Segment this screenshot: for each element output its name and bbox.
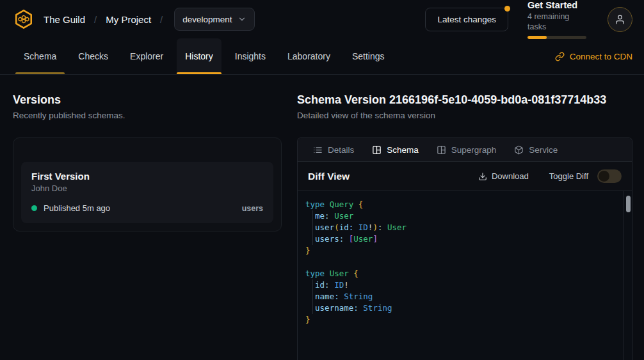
breadcrumb-project[interactable]: My Project: [106, 14, 151, 25]
breadcrumb-separator: /: [94, 14, 97, 25]
tab-explorer[interactable]: Explorer: [122, 38, 172, 74]
columns-icon: [437, 145, 446, 155]
version-detail-section: Schema Version 2166196f-5e10-4059-bd0a-0…: [297, 93, 632, 360]
breadcrumb-separator: /: [160, 14, 163, 25]
tab-checks[interactable]: Checks: [70, 38, 117, 74]
code-line: users: [User]: [305, 233, 616, 245]
get-started-widget[interactable]: Get Started 4 remaining tasks: [527, 0, 588, 39]
toggle-knob: [599, 171, 609, 182]
app-window: The Guild / My Project / development Lat…: [0, 0, 644, 360]
tab-label: Explorer: [130, 51, 163, 61]
primary-nav-tabs: SchemaChecksExplorerHistoryInsightsLabor…: [15, 38, 393, 74]
version-author: John Doe: [31, 184, 263, 194]
version-detail-panel: DetailsSchemaSupergraphService Diff View…: [297, 137, 632, 360]
latest-changes-label: Latest changes: [437, 15, 496, 24]
get-started-progress-fill: [527, 36, 547, 39]
tab-settings[interactable]: Settings: [344, 38, 393, 74]
hive-logo-icon[interactable]: [13, 8, 35, 30]
version-detail-subtitle: Detailed view of the schema version: [297, 110, 632, 121]
download-icon: [478, 172, 487, 181]
breadcrumb: The Guild / My Project / development: [13, 8, 255, 31]
tab-label: Schema: [24, 51, 56, 61]
tab-insights[interactable]: Insights: [227, 38, 274, 74]
versions-title: Versions: [13, 93, 282, 107]
tab-label: Settings: [352, 51, 385, 61]
code-line: [305, 256, 616, 268]
detail-tabs: DetailsSchemaSupergraphService: [298, 138, 632, 162]
code-line: me: User: [305, 210, 616, 222]
main-content: Versions Recently published schemas. Fir…: [0, 75, 644, 360]
toggle-diff-switch[interactable]: [597, 169, 622, 183]
download-label: Download: [492, 171, 529, 181]
diff-view-actions: Download Toggle Diff: [474, 169, 622, 184]
header-actions: Latest changes Get Started 4 remaining t…: [425, 0, 632, 39]
version-status-row: Published 5m ago users: [31, 203, 263, 213]
toggle-diff-label: Toggle Diff: [549, 171, 588, 181]
code-line: type Query {: [305, 199, 616, 210]
service-badge: users: [242, 204, 263, 213]
tab-label: History: [185, 51, 213, 61]
download-button[interactable]: Download: [474, 169, 533, 184]
detail-tab-supergraph[interactable]: Supergraph: [429, 138, 504, 161]
diff-view-title: Diff View: [308, 171, 350, 182]
detail-tab-service[interactable]: Service: [506, 138, 565, 161]
connect-to-cdn-label: Connect to CDN: [570, 52, 632, 61]
detail-tab-label: Schema: [387, 145, 419, 155]
detail-tab-schema[interactable]: Schema: [364, 138, 426, 161]
code-scrollbar[interactable]: [624, 191, 632, 360]
code-line: id: ID!: [305, 279, 616, 291]
tab-schema[interactable]: Schema: [15, 38, 65, 74]
tab-label: Checks: [78, 51, 108, 61]
versions-subtitle: Recently published schemas.: [13, 110, 282, 121]
user-icon: [615, 14, 625, 25]
version-name: First Version: [31, 170, 263, 182]
schema-code-viewer: type Query { me: User user(id: ID!): Use…: [298, 191, 632, 360]
detail-tab-details[interactable]: Details: [305, 138, 362, 161]
code-line: user(id: ID!): User: [305, 222, 616, 233]
version-list-item[interactable]: First Version John Doe Published 5m ago …: [21, 162, 273, 223]
get-started-title: Get Started: [527, 0, 588, 11]
get-started-subtitle: 4 remaining tasks: [527, 12, 588, 32]
user-avatar[interactable]: [608, 7, 632, 32]
top-header: The Guild / My Project / development Lat…: [0, 0, 644, 38]
cube-icon: [514, 145, 524, 155]
code-line: }: [305, 314, 616, 325]
code-line: name: String: [305, 291, 616, 302]
tab-label: Insights: [235, 51, 266, 61]
columns-icon: [372, 145, 382, 155]
scrollbar-thumb[interactable]: [626, 196, 631, 212]
notification-dot: [504, 6, 510, 12]
code-line: username: String: [305, 302, 616, 314]
versions-panel: Versions Recently published schemas. Fir…: [13, 93, 282, 360]
tab-history[interactable]: History: [177, 38, 221, 74]
versions-list-card: First Version John Doe Published 5m ago …: [13, 137, 282, 231]
version-detail-title: Schema Version 2166196f-5e10-4059-bd0a-0…: [297, 93, 632, 107]
latest-changes-button[interactable]: Latest changes: [425, 8, 508, 31]
primary-nav: SchemaChecksExplorerHistoryInsightsLabor…: [0, 38, 644, 75]
code-block: type Query { me: User user(id: ID!): Use…: [298, 191, 632, 333]
detail-tab-label: Details: [328, 145, 354, 155]
list-icon: [313, 145, 323, 155]
target-selector[interactable]: development: [174, 8, 254, 31]
version-status: Published 5m ago: [44, 203, 110, 213]
chevron-down-icon: [237, 15, 246, 24]
tab-label: Laboratory: [287, 51, 330, 61]
tab-laboratory[interactable]: Laboratory: [279, 38, 339, 74]
diff-view-header: Diff View Download Toggle Diff: [298, 162, 632, 191]
link-icon: [555, 52, 565, 61]
detail-tab-label: Supergraph: [451, 145, 497, 155]
target-selector-value: development: [182, 15, 232, 24]
detail-tab-label: Service: [529, 145, 558, 155]
breadcrumb-org[interactable]: The Guild: [44, 14, 85, 25]
connect-to-cdn-link[interactable]: Connect to CDN: [555, 38, 632, 74]
code-line: type User {: [305, 268, 616, 279]
published-status-dot: [31, 205, 37, 211]
code-line: }: [305, 245, 616, 256]
